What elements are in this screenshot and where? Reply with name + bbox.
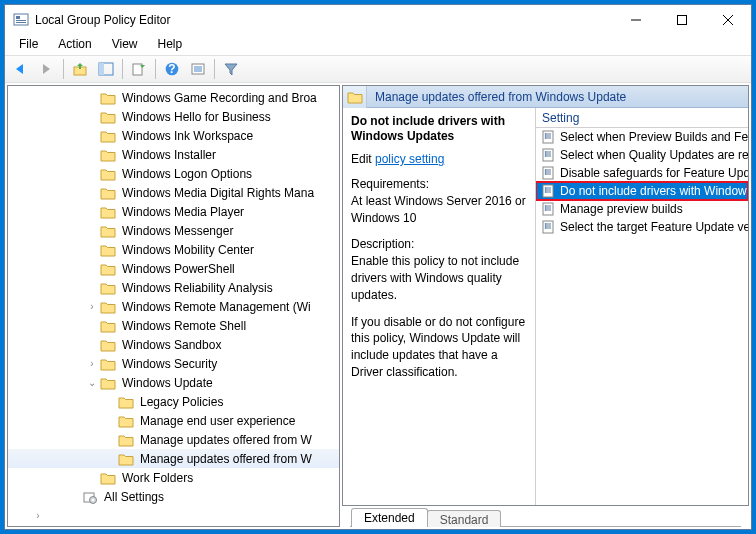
filter-button[interactable] — [219, 58, 243, 80]
back-button[interactable] — [9, 58, 33, 80]
folder-icon — [100, 281, 116, 295]
minimize-button[interactable] — [613, 5, 659, 35]
svg-rect-49 — [543, 203, 553, 215]
tree-item[interactable]: ›Windows Remote Management (Wi — [8, 297, 339, 316]
tree-item[interactable]: Manage end user experience — [8, 411, 339, 430]
menu-view[interactable]: View — [104, 35, 146, 53]
svg-point-40 — [545, 171, 547, 173]
menubar: File Action View Help — [5, 35, 751, 55]
tree-item[interactable]: Windows Game Recording and Broa — [8, 88, 339, 107]
tree-item-label: Windows Messenger — [120, 223, 235, 239]
folder-icon — [100, 376, 116, 390]
menu-file[interactable]: File — [11, 35, 46, 53]
tree-item-label: Windows Ink Workspace — [120, 128, 255, 144]
folder-icon — [118, 414, 134, 428]
tree-item[interactable]: Windows Hello for Business — [8, 107, 339, 126]
svg-rect-42 — [543, 185, 553, 197]
tree-item[interactable]: Windows Installer — [8, 145, 339, 164]
svg-rect-1 — [16, 16, 20, 19]
tree-item-label: Windows Media Digital Rights Mana — [120, 185, 316, 201]
svg-point-62 — [545, 227, 547, 229]
policy-icon — [540, 183, 556, 199]
policy-row[interactable]: Select the target Feature Update versio — [536, 218, 748, 236]
settings-list[interactable]: Select when Preview Builds and FeatureSe… — [536, 128, 748, 505]
description-label: Description: — [351, 236, 527, 253]
properties-button[interactable] — [186, 58, 210, 80]
menu-action[interactable]: Action — [50, 35, 99, 53]
tree-item[interactable]: Windows Mobility Center — [8, 240, 339, 259]
svg-point-32 — [545, 151, 547, 153]
tree-item[interactable]: Windows PowerShell — [8, 259, 339, 278]
tree-item-label: Windows PowerShell — [120, 261, 237, 277]
description-text: Enable this policy to not include driver… — [351, 253, 527, 303]
svg-point-55 — [545, 209, 547, 211]
maximize-button[interactable] — [659, 5, 705, 35]
content-header: Manage updates offered from Windows Upda… — [343, 86, 748, 108]
policy-setting-link[interactable]: policy setting — [375, 152, 444, 166]
folder-icon — [100, 300, 116, 314]
tree-item-label: Manage updates offered from W — [138, 451, 314, 467]
tab-extended[interactable]: Extended — [351, 508, 428, 527]
tree-item[interactable]: ›Windows Security — [8, 354, 339, 373]
svg-rect-3 — [16, 22, 26, 23]
tree-item[interactable]: Legacy Policies — [8, 392, 339, 411]
folder-icon — [118, 395, 134, 409]
menu-help[interactable]: Help — [150, 35, 191, 53]
tree-item[interactable]: Manage updates offered from W — [8, 449, 339, 468]
policy-row[interactable]: Disable safeguards for Feature Updates — [536, 164, 748, 182]
chevron-down-icon[interactable]: ⌄ — [84, 378, 100, 388]
tree-item-label: Windows Remote Shell — [120, 318, 248, 334]
policy-row[interactable]: Do not include drivers with Windows U — [536, 182, 748, 200]
policy-label: Select when Preview Builds and Feature — [560, 130, 748, 144]
help-button[interactable]: ? — [160, 58, 184, 80]
svg-point-47 — [545, 189, 547, 191]
svg-text:?: ? — [168, 62, 175, 76]
close-button[interactable] — [705, 5, 751, 35]
tree-item[interactable]: Windows Sandbox — [8, 335, 339, 354]
up-button[interactable] — [68, 58, 92, 80]
tree-item[interactable]: Windows Messenger — [8, 221, 339, 240]
app-icon — [13, 12, 29, 28]
policy-row[interactable]: Manage preview builds — [536, 200, 748, 218]
tree-item-label: Windows Security — [120, 356, 219, 372]
tree-item[interactable]: Windows Remote Shell — [8, 316, 339, 335]
tree-item[interactable]: Windows Logon Options — [8, 164, 339, 183]
folder-icon — [100, 129, 116, 143]
svg-point-27 — [545, 137, 547, 139]
tree-item[interactable]: ⌄Windows Update — [8, 373, 339, 392]
tree[interactable]: Windows Game Recording and BroaWindows H… — [8, 86, 339, 526]
settings-column-header[interactable]: Setting — [536, 108, 748, 128]
toolbar-separator — [122, 59, 123, 79]
tree-item[interactable]: Windows Ink Workspace — [8, 126, 339, 145]
tree-item[interactable]: Windows Reliability Analysis — [8, 278, 339, 297]
policy-row[interactable]: Select when Quality Updates are receiv — [536, 146, 748, 164]
right-pane: Manage updates offered from Windows Upda… — [342, 85, 749, 527]
chevron-right-icon[interactable]: › — [84, 359, 100, 369]
tree-item[interactable]: Work Folders — [8, 468, 339, 487]
svg-rect-5 — [678, 16, 687, 25]
svg-rect-28 — [543, 149, 553, 161]
tree-item[interactable]: Windows Media Digital Rights Mana — [8, 183, 339, 202]
tree-item[interactable]: All Settings — [8, 487, 339, 506]
policy-row[interactable]: Select when Preview Builds and Feature — [536, 128, 748, 146]
export-button[interactable] — [127, 58, 151, 80]
chevron-right-icon[interactable]: › — [30, 511, 46, 521]
folder-icon — [100, 319, 116, 333]
tab-standard[interactable]: Standard — [427, 510, 502, 527]
tree-item[interactable]: Manage updates offered from W — [8, 430, 339, 449]
tree-item-label: Windows Sandbox — [120, 337, 223, 353]
show-hide-tree-button[interactable] — [94, 58, 118, 80]
requirements-text: At least Windows Server 2016 or Windows … — [351, 193, 527, 227]
tree-item[interactable]: Windows Media Player — [8, 202, 339, 221]
forward-button[interactable] — [35, 58, 59, 80]
folder-icon — [100, 186, 116, 200]
tree-item[interactable]: › — [8, 506, 339, 525]
content-header-title: Manage updates offered from Windows Upda… — [367, 90, 748, 104]
folder-icon — [343, 86, 367, 108]
gpedit-window: Local Group Policy Editor File Action Vi… — [4, 4, 752, 530]
tree-item-label: Legacy Policies — [138, 394, 225, 410]
chevron-right-icon[interactable]: › — [84, 302, 100, 312]
folder-icon — [100, 205, 116, 219]
folder-icon — [100, 357, 116, 371]
svg-point-53 — [545, 205, 547, 207]
